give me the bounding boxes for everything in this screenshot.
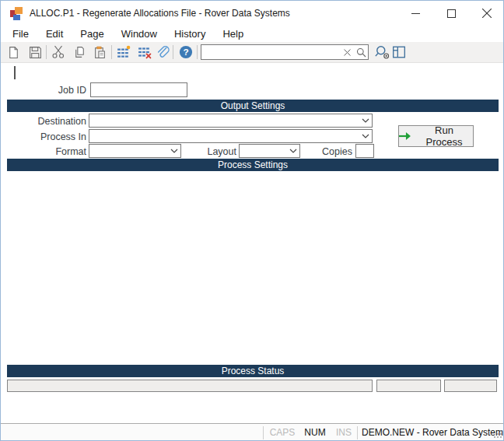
app-window: ALLOC.P1 - Regenerate Allocations File -… — [0, 0, 504, 441]
help-icon: ? — [179, 45, 193, 59]
maximize-button[interactable] — [433, 1, 469, 26]
title-bar: ALLOC.P1 - Regenerate Allocations File -… — [1, 1, 503, 26]
chevron-down-icon — [359, 130, 372, 142]
logo-orange-square — [15, 7, 23, 14]
panel-layout-button[interactable] — [390, 44, 408, 61]
insert-row-button[interactable] — [114, 44, 133, 61]
search-icon[interactable] — [354, 45, 368, 59]
paste-icon — [93, 46, 107, 59]
form-area: Job ID Output Settings Destination Proce… — [1, 63, 504, 423]
menu-window[interactable]: Window — [113, 26, 166, 41]
environment-label: DEMO.NEW - Rover Data Systems — [362, 427, 504, 438]
search-box — [201, 44, 369, 60]
resize-grip-icon[interactable] — [493, 429, 502, 441]
toolbar: ? — [1, 42, 503, 63]
delete-row-icon — [138, 45, 152, 59]
process-settings-header: Process Settings — [7, 159, 499, 171]
close-icon — [482, 9, 492, 18]
minimize-button[interactable] — [397, 1, 433, 26]
panel-layout-icon — [392, 45, 406, 59]
minimize-icon — [411, 9, 420, 18]
delete-row-button[interactable] — [135, 44, 154, 61]
menu-file[interactable]: File — [4, 26, 37, 41]
chevron-down-icon — [168, 145, 180, 157]
run-arrow-icon — [399, 131, 411, 141]
chevron-down-icon — [359, 114, 372, 127]
output-settings-header: Output Settings — [7, 100, 499, 112]
process-status-header: Process Status — [7, 365, 499, 377]
format-dropdown[interactable] — [89, 144, 181, 158]
save-button[interactable] — [26, 44, 44, 61]
attachment-button[interactable] — [153, 44, 172, 61]
caps-lock-indicator: CAPS — [268, 427, 297, 438]
format-label: Format — [32, 146, 86, 157]
paste-button[interactable] — [90, 44, 109, 61]
layout-dropdown[interactable] — [239, 144, 300, 158]
menu-history[interactable]: History — [166, 26, 214, 41]
menu-page[interactable]: Page — [72, 26, 112, 41]
toolbar-separator — [173, 45, 173, 59]
menu-bar: File Edit Page Window History Help — [1, 26, 503, 42]
new-document-button[interactable] — [4, 44, 23, 61]
process-in-label: Process In — [24, 131, 86, 142]
process-in-dropdown[interactable] — [89, 129, 373, 143]
process-status-cell-2 — [376, 380, 441, 392]
logo-blue-square — [13, 15, 20, 20]
status-bar: CAPS NUM INS DEMO.NEW - Rover Data Syste… — [1, 423, 503, 441]
job-id-label: Job ID — [32, 85, 86, 96]
copy-icon — [73, 46, 86, 59]
search-input[interactable] — [201, 46, 340, 58]
copies-input[interactable] — [355, 144, 374, 158]
run-process-button[interactable]: Run Process — [398, 125, 474, 147]
statusbar-separator — [263, 426, 264, 439]
text-caret — [14, 66, 16, 79]
maximize-icon — [447, 9, 456, 18]
menu-edit[interactable]: Edit — [37, 26, 72, 41]
insert-mode-indicator: INS — [333, 427, 355, 438]
num-lock-indicator: NUM — [300, 427, 330, 438]
close-button[interactable] — [469, 1, 504, 26]
job-id-input[interactable] — [90, 82, 187, 97]
window-title: ALLOC.P1 - Regenerate Allocations File -… — [30, 8, 290, 19]
cut-icon — [51, 45, 65, 59]
svg-text:?: ? — [183, 47, 188, 58]
destination-dropdown[interactable] — [89, 114, 373, 128]
destination-label: Destination — [24, 116, 86, 127]
insert-row-icon — [117, 45, 131, 59]
cut-button[interactable] — [49, 44, 68, 61]
toolbar-separator — [197, 45, 198, 59]
toolbar-separator — [46, 45, 47, 59]
search-view-icon — [375, 45, 390, 59]
layout-label: Layout — [190, 146, 236, 157]
new-document-icon — [7, 46, 20, 59]
copies-label: Copies — [306, 146, 352, 157]
app-logo-icon — [10, 7, 24, 20]
attachment-icon — [156, 45, 170, 59]
statusbar-separator — [357, 426, 358, 439]
process-status-cell-3 — [444, 380, 497, 392]
save-icon — [29, 46, 42, 59]
help-button[interactable]: ? — [177, 44, 195, 61]
clear-search-icon[interactable] — [340, 45, 354, 59]
chevron-down-icon — [287, 145, 299, 157]
menu-help[interactable]: Help — [214, 26, 252, 41]
toolbar-separator — [111, 45, 112, 59]
run-process-label: Run Process — [415, 124, 473, 148]
copy-button[interactable] — [70, 44, 89, 61]
process-status-cell-main — [7, 380, 373, 392]
